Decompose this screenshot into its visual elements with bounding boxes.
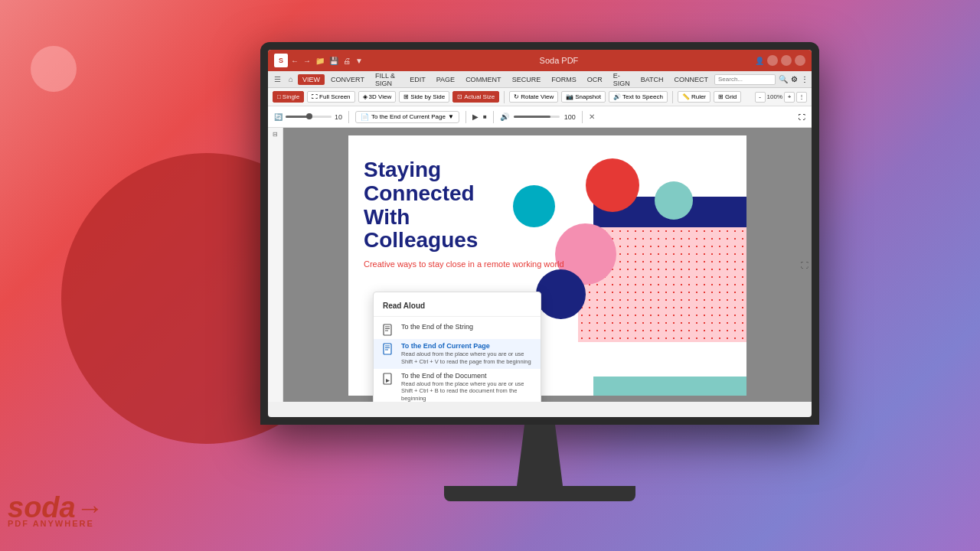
- stop-button[interactable]: ■: [483, 113, 487, 120]
- sidebar-nav-icon[interactable]: ⊟: [273, 131, 278, 138]
- read-aloud-item-1[interactable]: To the End of the String: [374, 320, 541, 339]
- back-icon[interactable]: ←: [291, 57, 299, 65]
- tts-icon: 🔊: [613, 93, 621, 100]
- screen: S ← → 📁 💾 🖨 ▼ Soda PDF 👤: [268, 50, 812, 417]
- hamburger-icon[interactable]: ☰: [271, 73, 284, 85]
- zoom-out-btn[interactable]: -: [755, 92, 766, 103]
- 3d-icon: ◈: [363, 93, 368, 100]
- speed-value: 10: [335, 113, 342, 121]
- item2-icon: [383, 343, 395, 355]
- slide-dark-circle: [536, 269, 586, 319]
- volume-slider[interactable]: [514, 116, 560, 118]
- title-line1: Staying: [364, 158, 578, 182]
- more-icon[interactable]: ▼: [355, 57, 363, 65]
- zoom-controls: - 100% + ⋮: [755, 92, 807, 103]
- volume-slider-fill: [514, 116, 550, 118]
- page-selector-dropdown[interactable]: 📄 To the End of Current Page ▼: [355, 111, 459, 123]
- menu-view[interactable]: VIEW: [298, 74, 325, 85]
- user-icon[interactable]: 👤: [755, 57, 764, 65]
- more-settings-icon[interactable]: ⋮: [801, 75, 808, 83]
- doc-icon: 📄: [361, 113, 369, 121]
- zoom-in-btn[interactable]: +: [784, 92, 795, 103]
- read-aloud-panel[interactable]: Read Aloud: [373, 292, 541, 402]
- fullscreen-btn[interactable]: ⛶ Full Screen: [307, 91, 354, 103]
- titlebar-nav: ← → 📁 💾 🖨 ▼: [291, 57, 363, 65]
- app-title: Soda PDF: [540, 56, 579, 65]
- view-toolbar: □ Single ⛶ Full Screen ◈ 3D View ⊞ Side …: [268, 88, 812, 106]
- sidebyside-icon: ⊞: [403, 93, 409, 100]
- grid-btn[interactable]: ⊞ Grid: [714, 91, 741, 103]
- forward-icon[interactable]: →: [303, 57, 311, 65]
- scroll-to-fit-icon[interactable]: ⛶: [801, 261, 808, 269]
- decorative-circle-small: [31, 46, 77, 92]
- title-line3: With: [364, 206, 578, 230]
- slide-mint-circle: [655, 181, 693, 220]
- slide-subtitle: Creative ways to stay close in a remote …: [364, 259, 578, 269]
- speed-control[interactable]: 🔄 10: [274, 113, 342, 121]
- close-button[interactable]: [795, 55, 805, 66]
- 3dview-btn[interactable]: ◈ 3D View: [358, 91, 397, 103]
- soda-brand-text: soda→: [8, 493, 103, 522]
- panel-title: Read Aloud: [374, 298, 541, 317]
- title-line2: Connected: [364, 182, 578, 206]
- ruler-icon: 📏: [682, 93, 690, 100]
- settings-icon[interactable]: ⚙: [791, 75, 798, 83]
- menu-page[interactable]: PAGE: [432, 74, 459, 85]
- volume-icon: 🔊: [500, 112, 509, 121]
- sidebyside-btn[interactable]: ⊞ Side by Side: [399, 91, 449, 103]
- speed-icon: 🔄: [274, 113, 283, 121]
- audio-sep-2: [466, 111, 466, 123]
- snapshot-icon: 📷: [566, 93, 573, 100]
- menu-convert[interactable]: CONVERT: [326, 74, 369, 85]
- save-icon[interactable]: 💾: [329, 57, 338, 65]
- slide-text-area: Staying Connected With Colleagues Creati…: [364, 158, 578, 269]
- item3-desc: Read aloud from the place where you are …: [401, 380, 531, 403]
- search-input[interactable]: [714, 74, 776, 85]
- menu-esign[interactable]: E-SIGN: [609, 70, 635, 89]
- item1-name: To the End of the String: [401, 323, 473, 331]
- speed-slider[interactable]: [286, 116, 332, 118]
- fullscreen-icon: ⛶: [312, 93, 318, 100]
- audio-close-button[interactable]: ✕: [589, 112, 595, 121]
- actualsize-btn[interactable]: ⊡ Actual Size: [452, 91, 499, 103]
- texttospeech-btn[interactable]: 🔊 Text to Speech: [609, 91, 668, 103]
- print-icon[interactable]: 🖨: [343, 57, 351, 65]
- rotateview-btn[interactable]: ↻ Rotate View: [509, 91, 558, 103]
- titlebar-left: S ← → 📁 💾 🖨 ▼: [274, 54, 363, 67]
- menu-secure[interactable]: SECURE: [508, 74, 546, 85]
- minimize-button[interactable]: [767, 55, 778, 66]
- open-icon[interactable]: 📁: [315, 57, 325, 65]
- soda-app-logo: S: [274, 54, 288, 67]
- volume-value: 100: [564, 113, 576, 121]
- zoom-options-btn[interactable]: ⋮: [796, 92, 807, 103]
- pdf-area[interactable]: Staying Connected With Colleagues Creati…: [283, 128, 812, 402]
- expand-btn[interactable]: ⛶: [799, 113, 805, 121]
- monitor-neck: [501, 425, 578, 486]
- single-view-btn[interactable]: □ Single: [273, 91, 304, 103]
- read-aloud-item-2[interactable]: To the End of Current Page Read aloud fr…: [374, 339, 541, 369]
- menu-ocr[interactable]: OCR: [583, 74, 607, 85]
- svg-rect-8: [384, 373, 391, 384]
- home-icon[interactable]: ⌂: [286, 73, 296, 85]
- snapshot-btn[interactable]: 📷 Snapshot: [561, 91, 606, 103]
- zoom-value: 100%: [767, 93, 782, 100]
- soda-logo: soda→ PDF ANYWHERE: [8, 493, 103, 528]
- menu-fillsign[interactable]: FILL & SIGN: [371, 70, 403, 89]
- maximize-button[interactable]: [781, 55, 792, 66]
- slide-red-circle: [586, 158, 639, 212]
- menu-edit[interactable]: EDIT: [405, 74, 430, 85]
- audio-sep-4: [582, 111, 583, 123]
- item2-desc: Read aloud from the place where you are …: [401, 350, 531, 366]
- svg-rect-0: [384, 324, 391, 335]
- dropdown-arrow: ▼: [448, 113, 454, 120]
- search-icon[interactable]: 🔍: [779, 75, 788, 83]
- menu-forms[interactable]: FORMS: [547, 74, 581, 85]
- menu-batch[interactable]: BATCH: [636, 74, 668, 85]
- titlebar: S ← → 📁 💾 🖨 ▼ Soda PDF 👤: [268, 50, 812, 71]
- play-button[interactable]: ▶: [472, 112, 479, 121]
- menu-comment[interactable]: COMMENT: [461, 74, 506, 85]
- read-aloud-item-3[interactable]: To the End of the Document Read aloud fr…: [374, 369, 541, 403]
- monitor-bezel: S ← → 📁 💾 🖨 ▼ Soda PDF 👤: [260, 42, 819, 425]
- menu-connect[interactable]: CONNECT: [670, 74, 714, 85]
- ruler-btn[interactable]: 📏 Ruler: [678, 91, 710, 103]
